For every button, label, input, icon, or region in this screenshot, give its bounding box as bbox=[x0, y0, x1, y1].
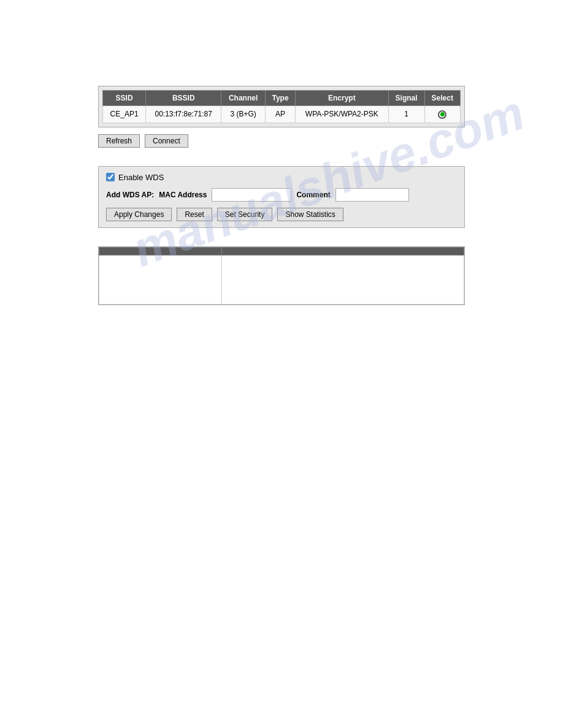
cell-type: AP bbox=[265, 106, 295, 123]
bottom-cell-2 bbox=[222, 255, 464, 304]
col-channel: Channel bbox=[221, 91, 266, 106]
survey-buttons-row: Refresh Connect bbox=[98, 134, 465, 148]
col-encrypt: Encrypt bbox=[296, 91, 388, 106]
show-statistics-button[interactable]: Show Statistics bbox=[277, 208, 343, 221]
cell-ssid: CE_AP1 bbox=[103, 106, 146, 123]
enable-wds-checkbox[interactable] bbox=[106, 173, 115, 181]
comment-label: Comment bbox=[296, 191, 330, 199]
enable-wds-label: Enable WDS bbox=[118, 173, 164, 182]
apply-changes-button[interactable]: Apply Changes bbox=[106, 208, 172, 221]
select-radio[interactable] bbox=[438, 110, 446, 119]
survey-table: SSID BSSID Channel Type Encrypt Signal S… bbox=[102, 90, 461, 123]
radio-inner bbox=[440, 112, 445, 116]
survey-table-wrapper: SSID BSSID Channel Type Encrypt Signal S… bbox=[98, 86, 465, 127]
mac-address-label: MAC Address bbox=[159, 191, 207, 199]
reset-button[interactable]: Reset bbox=[177, 208, 212, 221]
wds-add-row: Add WDS AP: MAC Address Comment bbox=[106, 188, 457, 202]
bottom-table-wrapper bbox=[98, 246, 465, 305]
wds-buttons-row: Apply Changes Reset Set Security Show St… bbox=[106, 208, 457, 221]
wds-enable-row: Enable WDS bbox=[106, 173, 457, 182]
wds-section: Enable WDS Add WDS AP: MAC Address Comme… bbox=[98, 166, 465, 228]
bottom-cell-1 bbox=[99, 255, 222, 304]
set-security-button[interactable]: Set Security bbox=[217, 208, 273, 221]
bottom-col-1 bbox=[99, 247, 222, 255]
table-row: CE_AP1 00:13:f7:8e:71:87 3 (B+G) AP WPA-… bbox=[103, 106, 461, 123]
page-wrapper: manualshive.com SSID BSSID Channel Type … bbox=[0, 0, 563, 728]
col-signal: Signal bbox=[388, 91, 424, 106]
cell-select[interactable] bbox=[424, 106, 460, 123]
refresh-button[interactable]: Refresh bbox=[98, 134, 140, 148]
col-select: Select bbox=[424, 91, 460, 106]
bottom-table-row bbox=[99, 255, 464, 304]
cell-signal: 1 bbox=[388, 106, 424, 123]
survey-section: SSID BSSID Channel Type Encrypt Signal S… bbox=[98, 86, 465, 148]
col-ssid: SSID bbox=[103, 91, 146, 106]
comment-input[interactable] bbox=[335, 188, 409, 202]
connect-button[interactable]: Connect bbox=[145, 134, 188, 148]
cell-bssid: 00:13:f7:8e:71:87 bbox=[146, 106, 221, 123]
cell-channel: 3 (B+G) bbox=[221, 106, 266, 123]
cell-encrypt: WPA-PSK/WPA2-PSK bbox=[296, 106, 388, 123]
col-type: Type bbox=[265, 91, 295, 106]
bottom-col-2 bbox=[222, 247, 464, 255]
bottom-table bbox=[99, 247, 464, 305]
add-wds-ap-label: Add WDS AP: bbox=[106, 191, 154, 199]
col-bssid: BSSID bbox=[146, 91, 221, 106]
mac-address-input[interactable] bbox=[212, 188, 291, 202]
